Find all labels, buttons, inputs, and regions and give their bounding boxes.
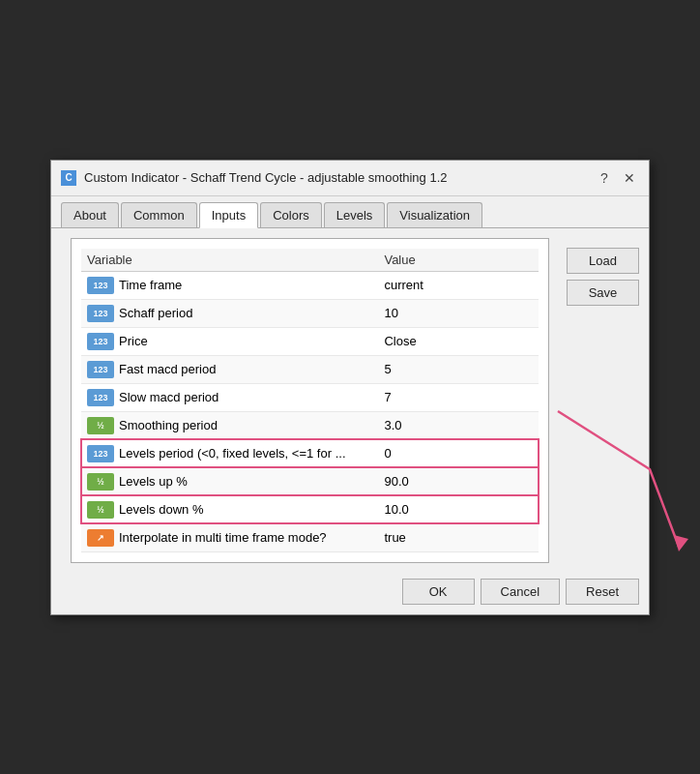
table-row[interactable]: 123Schaff period10 (81, 299, 539, 327)
title-bar: C Custom Indicator - Schaff Trend Cycle … (51, 161, 649, 196)
tab-bar: About Common Inputs Colors Levels Visual… (51, 196, 649, 228)
variable-label: Price (119, 334, 148, 348)
variable-cell: 123Fast macd period (81, 355, 378, 383)
value-cell: 10 (378, 299, 539, 327)
variable-label: Slow macd period (119, 390, 219, 404)
table-row[interactable]: ↗Interpolate in multi time frame mode?tr… (81, 523, 539, 551)
save-button[interactable]: Save (567, 280, 639, 306)
variable-cell: 123Levels period (<0, fixed levels, <=1 … (81, 439, 378, 467)
bottom-actions: OK Cancel Reset (51, 573, 649, 614)
value-cell: 3.0 (378, 411, 539, 439)
variable-cell: ½Levels up % (81, 467, 378, 495)
dialog-title: Custom Indicator - Schaff Trend Cycle - … (84, 170, 448, 185)
inputs-content: Variable Value 123Time framecurrent123Sc… (71, 238, 549, 563)
help-button[interactable]: ? (595, 168, 614, 188)
reset-button[interactable]: Reset (566, 579, 639, 605)
variable-label: Levels down % (119, 502, 203, 517)
value-cell: 5 (378, 355, 539, 383)
variable-cell: ½Smoothing period (81, 411, 378, 439)
table-row[interactable]: ½Smoothing period3.0 (81, 411, 539, 439)
col-variable: Variable (81, 249, 378, 272)
value-cell: current (378, 271, 539, 299)
table-row[interactable]: 123PriceClose (81, 327, 539, 355)
value-cell: 7 (378, 383, 539, 411)
cancel-button[interactable]: Cancel (481, 579, 560, 605)
tab-visualization[interactable]: Visualization (387, 202, 482, 227)
type-badge: 123 (87, 305, 114, 322)
ok-button[interactable]: OK (402, 579, 475, 605)
value-cell: 0 (378, 439, 539, 467)
variable-cell: ↗Interpolate in multi time frame mode? (81, 523, 378, 551)
variable-label: Interpolate in multi time frame mode? (119, 530, 327, 545)
tab-levels[interactable]: Levels (324, 202, 386, 227)
svg-marker-0 (674, 535, 688, 551)
table-row[interactable]: 123Time framecurrent (81, 271, 539, 299)
tab-inputs[interactable]: Inputs (199, 202, 258, 228)
type-badge: ½ (87, 473, 114, 491)
variable-label: Smoothing period (119, 418, 218, 432)
value-cell: true (378, 523, 539, 551)
variable-label: Time frame (119, 278, 182, 292)
table-row[interactable]: 123Slow macd period7 (81, 383, 539, 411)
value-cell: 90.0 (378, 467, 539, 495)
type-badge: 123 (87, 277, 114, 294)
value-cell: 10.0 (378, 495, 539, 523)
type-badge: 123 (87, 389, 114, 406)
close-button[interactable]: ✕ (620, 168, 639, 188)
variable-cell: 123Slow macd period (81, 383, 378, 411)
col-value: Value (378, 249, 539, 272)
table-row[interactable]: 123Fast macd period5 (81, 355, 539, 383)
variable-cell: ½Levels down % (81, 495, 378, 523)
type-badge: ½ (87, 417, 114, 434)
variable-label: Schaff period (119, 306, 192, 320)
app-icon: C (61, 170, 76, 186)
tab-common[interactable]: Common (121, 202, 197, 227)
variable-label: Levels period (<0, fixed levels, <=1 for… (119, 446, 346, 461)
type-badge: ½ (87, 501, 114, 519)
variable-label: Fast macd period (119, 362, 216, 376)
type-badge: 123 (87, 361, 114, 378)
variable-cell: 123Schaff period (81, 299, 378, 327)
variable-cell: 123Time frame (81, 271, 378, 299)
load-button[interactable]: Load (567, 248, 639, 274)
table-row[interactable]: ½Levels up %90.0 (81, 467, 539, 495)
variable-cell: 123Price (81, 327, 378, 355)
table-row[interactable]: ½Levels down %10.0 (81, 495, 539, 523)
variables-table: Variable Value 123Time framecurrent123Sc… (81, 249, 539, 552)
variable-label: Levels up % (119, 474, 188, 489)
type-badge: 123 (87, 333, 114, 350)
tab-about[interactable]: About (61, 202, 119, 227)
side-actions: Load Save (567, 238, 639, 573)
type-badge: 123 (87, 445, 114, 462)
value-cell: Close (378, 327, 539, 355)
type-badge: ↗ (87, 529, 114, 547)
tab-colors[interactable]: Colors (260, 202, 322, 227)
table-row[interactable]: 123Levels period (<0, fixed levels, <=1 … (81, 439, 539, 467)
